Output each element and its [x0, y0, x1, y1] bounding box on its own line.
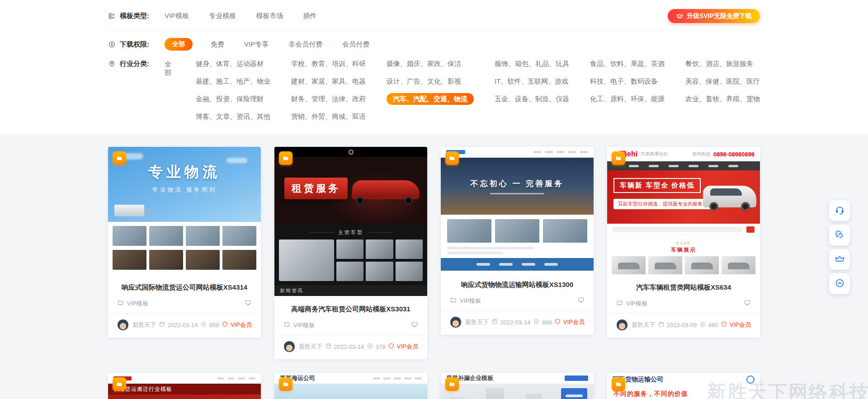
photo-tile	[685, 256, 719, 274]
photo-tile	[186, 226, 220, 246]
suv-car-shape	[703, 186, 756, 207]
category-item-selected[interactable]: 汽车、汽配、交通、物流	[387, 93, 474, 105]
type-link-pro[interactable]: 专业模板	[209, 12, 236, 20]
industry-all-link[interactable]: 全部	[165, 58, 175, 77]
category-item[interactable]: 餐饮、酒店、旅游服务	[685, 58, 753, 70]
preview-hero	[108, 394, 261, 399]
category-link[interactable]: VIP模板	[117, 299, 148, 308]
vip-license-badge[interactable]: VIP会员	[388, 343, 418, 351]
category-item[interactable]: 财务、管理、法律、政府	[291, 93, 366, 105]
folder-icon	[616, 299, 623, 308]
filter-divider	[108, 30, 760, 30]
desktop-preview-icon[interactable]	[744, 299, 751, 308]
author-link[interactable]: 新胜天下	[616, 319, 655, 331]
category-item[interactable]: 科技、电子、数码设备	[590, 75, 658, 87]
template-card-partial[interactable]: 长途货运搬迁行业模板	[108, 373, 261, 399]
permission-link-free[interactable]: 免费	[211, 40, 224, 49]
template-preview-image[interactable]: 租赁服务 主营车型 新闻资讯	[274, 147, 427, 296]
desktop-preview-icon[interactable]	[411, 321, 418, 329]
views-icon	[533, 318, 540, 326]
customer-service-button[interactable]	[829, 200, 850, 221]
svip-upgrade-button[interactable]: 升级SVIP无限免费下载	[668, 9, 760, 23]
preview-slogan: 不忘初心 一 完善服务	[441, 178, 594, 189]
vip-badge-icon	[554, 318, 561, 326]
preview-navbar: 房屋补漏企业模板	[441, 373, 594, 384]
avatar	[117, 319, 129, 331]
permission-link-nonmember[interactable]: 非会员付费	[288, 40, 322, 49]
template-card-partial[interactable]: 国际货物运输公司 不同的服务，不同的价值	[607, 373, 760, 399]
category-item[interactable]: 美容、保健、医院、医疗	[685, 75, 760, 87]
preview-banner-text: 长途货运搬迁行业模板	[108, 384, 261, 394]
views-item: 378	[367, 343, 386, 351]
template-card-xs634[interactable]: 一嗨ehi 汽车共享出行 咨询热线 0898-08980898 车辆新 车型全 …	[607, 147, 760, 338]
vip-license-badge[interactable]: VIP会员	[721, 321, 751, 329]
type-link-plugin[interactable]: 插件	[303, 12, 316, 20]
views-value: 480	[708, 322, 718, 329]
download-permission-label: 下载权限:	[120, 40, 149, 49]
category-item[interactable]: 化工、原料、环保、能源	[590, 93, 665, 105]
category-item[interactable]: 学校、教育、培训、科研	[291, 58, 366, 70]
template-card-xs3031[interactable]: 租赁服务 主营车型 新闻资讯 高端商务汽车租	[274, 147, 427, 359]
avatar	[283, 341, 295, 352]
template-card-xs4314[interactable]: 专业物流 专业物流 服务周到 响应式国际物流货运公司网站模板XS4314	[108, 147, 261, 338]
preview-slogan-block: 不同的服务，不同的价值	[607, 386, 760, 399]
category-item[interactable]: 摄像、婚庆、家政、保洁	[387, 58, 461, 70]
category-item[interactable]: 建材、家居、家具、电器	[291, 75, 366, 87]
template-preview-image[interactable]: 长途货运搬迁行业模板	[108, 373, 261, 399]
template-title[interactable]: 高端商务汽车租赁公司网站模板XS3031	[274, 296, 427, 321]
category-link[interactable]: VIP模板	[450, 296, 481, 305]
template-preview-image[interactable]: 国际货物运输公司 不同的服务，不同的价值	[607, 373, 760, 399]
contact-icon	[746, 376, 755, 384]
date-value: 2022-03-09	[667, 322, 697, 329]
category-item[interactable]: 五金、设备、制造、仪器	[495, 93, 569, 105]
layout-grid-icon	[108, 12, 116, 20]
category-item[interactable]: 农业、畜牧、养殖、宠物	[685, 93, 760, 105]
template-preview-image[interactable]: 专业物流 专业物流 服务周到	[108, 147, 261, 274]
views-item: 868	[533, 318, 552, 326]
back-to-top-button[interactable]	[829, 273, 850, 294]
category-item[interactable]: 设计、广告、文化、影视	[387, 75, 461, 87]
category-item[interactable]: 服饰、箱包、礼品、玩具	[495, 58, 569, 70]
category-item[interactable]: 博客、文章、资讯、其他	[196, 111, 270, 122]
vip-license-badge[interactable]: VIP会员	[222, 321, 252, 329]
author-link[interactable]: 新胜天下	[117, 319, 156, 331]
wechat-contact-button[interactable]	[829, 225, 850, 245]
permission-icon	[108, 41, 116, 48]
template-preview-image[interactable]: 某某海运公司 恪守承诺 发展为先	[274, 373, 427, 399]
template-title[interactable]: 响应式货物物流运输网站模板XS1300	[441, 272, 594, 296]
permission-link-vip[interactable]: VIP专享	[244, 40, 269, 49]
type-link-market[interactable]: 模板市场	[256, 12, 283, 20]
template-preview-image[interactable]: 房屋补漏企业模板	[441, 373, 594, 399]
location-pin-icon	[108, 60, 116, 67]
side-menu-shape	[561, 388, 587, 399]
vip-crown-button[interactable]	[829, 249, 850, 270]
category-item[interactable]: 营销、外贸、商城、双语	[291, 111, 366, 122]
category-link[interactable]: VIP模板	[283, 321, 315, 329]
template-card-partial[interactable]: 某某海运公司 恪守承诺 发展为先	[274, 373, 427, 399]
card-meta-row: VIP模板	[274, 321, 427, 336]
template-title[interactable]: 响应式国际物流货运公司网站模板XS4314	[108, 274, 261, 299]
category-item[interactable]: 食品、饮料、果蔬、茶酒	[590, 58, 665, 70]
card-author-row: 新胜天下 2022-03-14 868 VIP会员	[441, 311, 594, 335]
category-item[interactable]: 基建、施工、地产、物业	[196, 75, 270, 87]
template-preview-image[interactable]: 一嗨ehi 汽车共享出行 咨询热线 0898-08980898 车辆新 车型全 …	[607, 147, 760, 274]
permission-link-member[interactable]: 会员付费	[342, 40, 369, 49]
author-link[interactable]: 新胜天下	[283, 341, 322, 352]
template-card-xs1300[interactable]: 不忘初心 一 完善服务 响应式货物物流运输网站模板XS1300 V	[441, 147, 594, 335]
vip-license-badge[interactable]: VIP会员	[554, 318, 585, 326]
hotline-phone: 0898-08980898	[713, 151, 755, 158]
type-link-vip[interactable]: VIP模板	[165, 12, 189, 20]
category-item[interactable]: IT、软件、互联网、游戏	[495, 75, 568, 87]
category-item[interactable]: 健身、体育、运动器材	[196, 58, 264, 70]
author-name: 新胜天下	[465, 318, 489, 326]
category-label: VIP模板	[127, 300, 148, 308]
template-preview-image[interactable]: 不忘初心 一 完善服务	[441, 147, 594, 272]
category-item[interactable]: 金融、投资、保险理财	[196, 93, 264, 105]
template-card-partial[interactable]: 房屋补漏企业模板	[441, 373, 594, 399]
desktop-preview-icon[interactable]	[245, 299, 252, 308]
permission-all-selected[interactable]: 全部	[165, 38, 193, 51]
desktop-preview-icon[interactable]	[577, 296, 585, 305]
template-title[interactable]: 汽车车辆租赁类网站模板XS634	[607, 274, 760, 299]
author-link[interactable]: 新胜天下	[450, 316, 489, 328]
category-link[interactable]: VIP模板	[616, 299, 647, 308]
